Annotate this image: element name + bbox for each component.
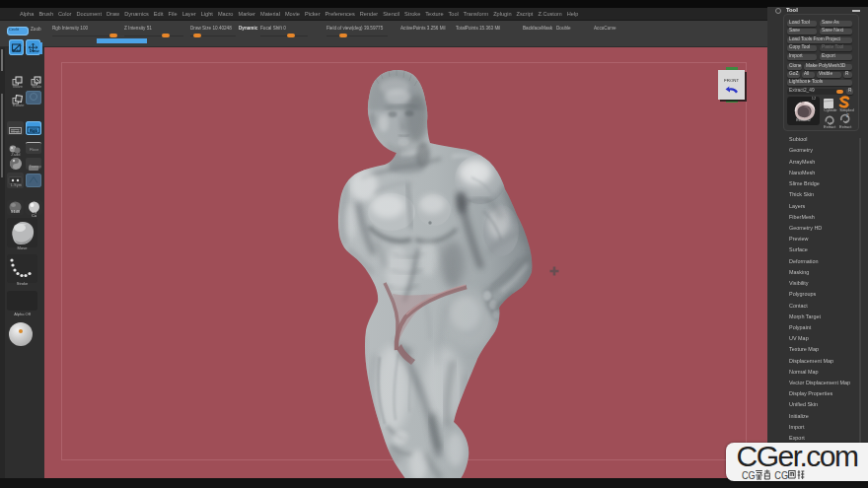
svg-text:CG: CG (742, 469, 756, 480)
svg-text:2: 2 (846, 112, 849, 118)
svg-text:CG: CG (774, 469, 788, 480)
